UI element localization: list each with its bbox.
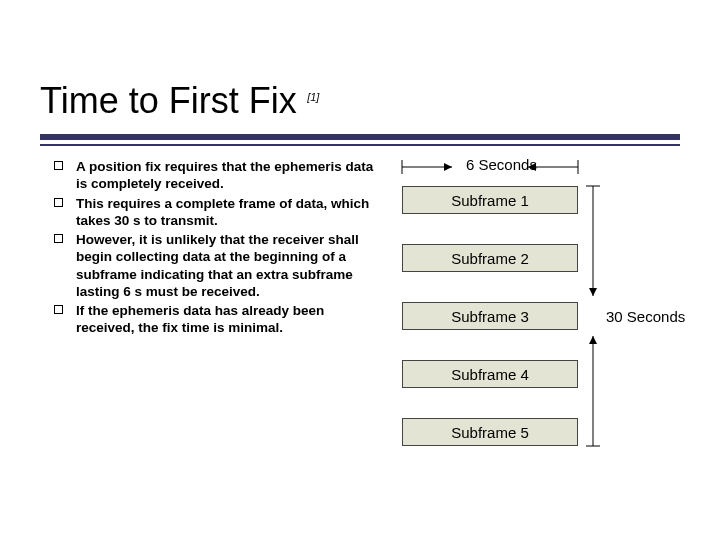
bullet-square-icon — [54, 234, 63, 243]
reference-mark: [1] — [301, 91, 319, 103]
bullet-square-icon — [54, 198, 63, 207]
svg-marker-10 — [589, 288, 597, 296]
subframe-box: Subframe 4 — [402, 360, 578, 388]
list-item-text: A position fix requires that the ephemer… — [76, 159, 373, 191]
body-text: A position fix requires that the ephemer… — [50, 158, 380, 339]
svg-marker-4 — [444, 163, 452, 171]
list-item-text: This requires a complete frame of data, … — [76, 196, 369, 228]
page-title: Time to First Fix — [40, 80, 297, 121]
vertical-span-arrow-icon — [586, 186, 602, 448]
list-item-text: If the ephemeris data has already been r… — [76, 303, 324, 335]
list-item: However, it is unlikely that the receive… — [50, 231, 380, 300]
title-row: Time to First Fix [1] — [40, 82, 680, 120]
thirty-seconds-label: 30 Seconds — [606, 308, 685, 325]
list-item-text: However, it is unlikely that the receive… — [76, 232, 359, 299]
title-rule-thin — [40, 144, 680, 146]
subframe-box: Subframe 2 — [402, 244, 578, 272]
bullet-square-icon — [54, 305, 63, 314]
title-rule-thick — [40, 134, 680, 140]
subframe-diagram: 6 Seconds Subframe 1 Subframe 2 Subframe… — [396, 156, 696, 496]
subframe-box: Subframe 1 — [402, 186, 578, 214]
subframe-label: Subframe 5 — [451, 424, 529, 441]
subframe-label: Subframe 1 — [451, 192, 529, 209]
subframe-box: Subframe 5 — [402, 418, 578, 446]
subframe-label: Subframe 4 — [451, 366, 529, 383]
bullet-square-icon — [54, 161, 63, 170]
subframe-box: Subframe 3 — [402, 302, 578, 330]
subframe-label: Subframe 3 — [451, 308, 529, 325]
svg-marker-11 — [589, 336, 597, 344]
horizontal-span-arrow-icon — [402, 158, 578, 159]
slide: Time to First Fix [1] A position fix req… — [0, 0, 720, 540]
list-item: If the ephemeris data has already been r… — [50, 302, 380, 337]
bullet-list: A position fix requires that the ephemer… — [50, 158, 380, 337]
subframe-label: Subframe 2 — [451, 250, 529, 267]
list-item: A position fix requires that the ephemer… — [50, 158, 380, 193]
list-item: This requires a complete frame of data, … — [50, 195, 380, 230]
